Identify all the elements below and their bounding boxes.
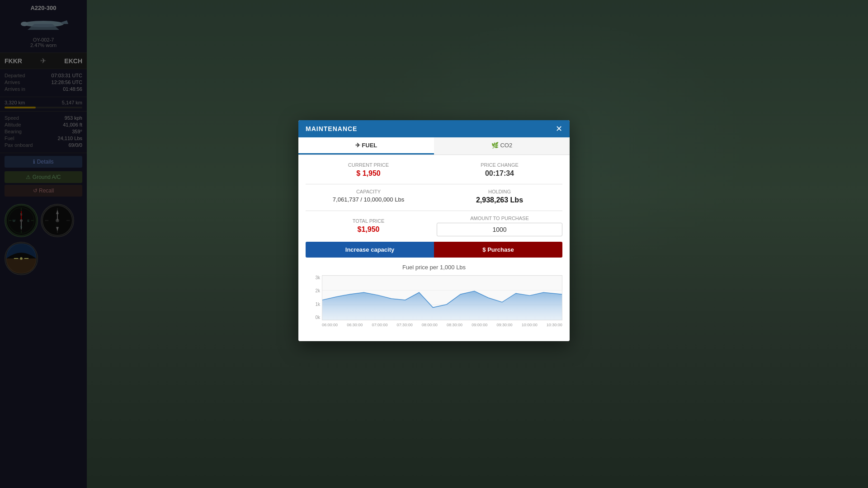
maintenance-modal: MAINTENANCE ✕ ✈ FUEL 🌿 CO2 CURRENT PRICE… — [298, 120, 570, 341]
current-price-cell: CURRENT PRICE $ 1,950 — [306, 162, 431, 178]
price-change-value: 00:17:34 — [437, 169, 562, 178]
current-price-label: CURRENT PRICE — [306, 162, 431, 168]
x-label-3: 07:00:00 — [372, 323, 387, 327]
modal-title: MAINTENANCE — [306, 125, 357, 132]
x-label-4: 07:30:00 — [397, 323, 413, 327]
x-label-1: 06:00:00 — [322, 323, 338, 327]
price-change-cell: PRICE CHANGE 00:17:34 — [437, 162, 562, 178]
y-label-3k: 3k — [306, 275, 320, 280]
total-purchase-row: TOTAL PRICE $1,950 AMOUNT TO PURCHASE — [306, 216, 562, 236]
purchase-button[interactable]: $ Purchase — [434, 242, 562, 258]
holding-label: HOLDING — [437, 189, 562, 194]
info-grid-middle: CAPACITY 7,061,737 / 10,000,000 Lbs HOLD… — [306, 189, 562, 204]
y-label-0k: 0k — [306, 315, 320, 320]
modal-header: MAINTENANCE ✕ — [298, 120, 570, 137]
tab-co2[interactable]: 🌿 CO2 — [434, 137, 570, 155]
chart-section: Fuel price per 1,000 Lbs 3k 2k 1k 0k — [306, 264, 562, 334]
divider-2 — [306, 211, 562, 211]
x-label-9: 10:00:00 — [522, 323, 538, 327]
total-price-cell: TOTAL PRICE $1,950 — [306, 218, 431, 234]
modal-tabs: ✈ FUEL 🌿 CO2 — [298, 137, 570, 155]
x-label-2: 06:30:00 — [347, 323, 363, 327]
x-label-8: 09:30:00 — [496, 323, 512, 327]
chart-area — [322, 275, 562, 320]
modal-body: CURRENT PRICE $ 1,950 PRICE CHANGE 00:17… — [298, 155, 570, 341]
chart-title: Fuel price per 1,000 Lbs — [306, 264, 562, 271]
modal-overlay: MAINTENANCE ✕ ✈ FUEL 🌿 CO2 CURRENT PRICE… — [0, 0, 868, 488]
current-price-value: $ 1,950 — [306, 169, 431, 178]
x-label-7: 09:00:00 — [472, 323, 487, 327]
capacity-label: CAPACITY — [306, 189, 431, 194]
total-price-value: $1,950 — [306, 225, 431, 234]
capacity-value: 7,061,737 / 10,000,000 Lbs — [306, 196, 431, 203]
action-buttons: Increase capacity $ Purchase — [306, 242, 562, 258]
chart-y-axis: 3k 2k 1k 0k — [306, 275, 322, 320]
y-label-1k: 1k — [306, 302, 320, 307]
y-label-2k: 2k — [306, 288, 320, 293]
holding-value: 2,938,263 Lbs — [437, 196, 562, 204]
amount-label: AMOUNT TO PURCHASE — [437, 216, 562, 221]
increase-capacity-button[interactable]: Increase capacity — [306, 242, 434, 258]
x-label-6: 08:30:00 — [447, 323, 462, 327]
total-price-label: TOTAL PRICE — [306, 218, 431, 224]
info-grid-top: CURRENT PRICE $ 1,950 PRICE CHANGE 00:17… — [306, 162, 562, 178]
x-label-10: 10:30:00 — [547, 323, 562, 327]
capacity-cell: CAPACITY 7,061,737 / 10,000,000 Lbs — [306, 189, 431, 204]
divider-1 — [306, 184, 562, 184]
chart-container: 3k 2k 1k 0k — [306, 275, 562, 329]
amount-cell: AMOUNT TO PURCHASE — [437, 216, 562, 236]
tab-fuel[interactable]: ✈ FUEL — [298, 137, 434, 155]
amount-input[interactable] — [437, 223, 562, 236]
holding-cell: HOLDING 2,938,263 Lbs — [437, 189, 562, 204]
chart-x-labels: 06:00:00 06:30:00 07:00:00 07:30:00 08:0… — [322, 320, 562, 329]
price-change-label: PRICE CHANGE — [437, 162, 562, 168]
x-label-5: 08:00:00 — [422, 323, 438, 327]
modal-close-button[interactable]: ✕ — [556, 125, 562, 133]
